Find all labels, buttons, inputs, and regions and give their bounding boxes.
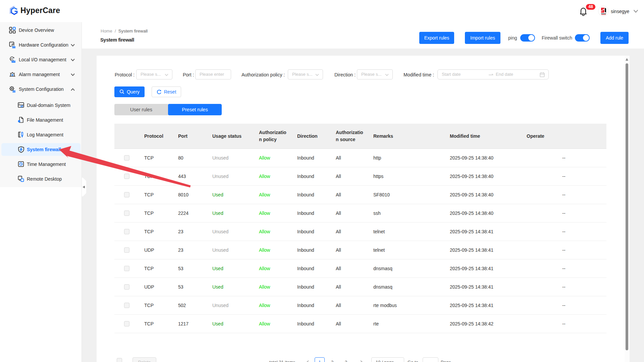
svg-text:I/O: I/O [10, 58, 13, 60]
